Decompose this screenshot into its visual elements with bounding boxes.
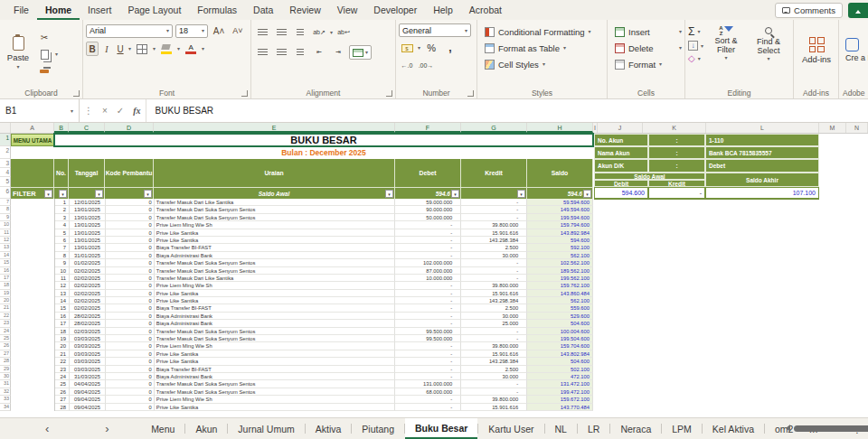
cell[interactable]: 02/02/2025 — [70, 297, 106, 304]
cell[interactable]: 02/02/2025 — [70, 267, 106, 275]
cell[interactable]: 28 — [55, 404, 70, 411]
row-header[interactable]: 11 — [0, 229, 11, 237]
sheet-tab-jurnal-umum[interactable]: Jurnal Umum — [228, 418, 304, 439]
cell[interactable]: - — [461, 199, 527, 206]
cell[interactable]: 02/02/2025 — [70, 275, 106, 282]
fill-color-button[interactable] — [158, 42, 175, 56]
chevron-down-icon[interactable]: ▾ — [330, 30, 333, 35]
cell[interactable]: 0 — [106, 206, 155, 213]
find-select-button[interactable]: Find & Select ▾ — [749, 23, 788, 61]
cell[interactable]: 03/03/2025 — [70, 335, 106, 342]
cell[interactable]: 30.000 — [461, 252, 527, 259]
row-header[interactable]: 31 — [0, 380, 11, 388]
cell[interactable]: Prive Like Santika — [155, 237, 396, 244]
cell[interactable]: 02/02/2025 — [70, 290, 106, 297]
cell[interactable]: 0 — [106, 267, 155, 275]
cell[interactable]: 10.000.000 — [395, 275, 461, 282]
row-header[interactable]: 16 — [0, 267, 11, 275]
cell[interactable]: 04/04/2025 — [70, 380, 106, 388]
cell[interactable]: - — [395, 373, 461, 380]
cell[interactable]: 99.500.000 — [395, 328, 461, 335]
cell[interactable]: 143.892.984 — [527, 229, 593, 237]
cell[interactable]: 12/01/2025 — [70, 199, 106, 206]
sheet-nav-left-icon[interactable]: ‹ — [45, 422, 49, 435]
cell[interactable]: 4 — [55, 221, 70, 229]
cell[interactable]: 09/04/2025 — [70, 404, 106, 411]
cell[interactable]: - — [395, 313, 461, 320]
scrollbar-thumb[interactable] — [794, 425, 868, 432]
cell[interactable]: 17 — [55, 320, 70, 327]
cell[interactable]: 25 — [55, 380, 70, 388]
cell-styles-button[interactable]: Cell Styles ▾ — [485, 56, 604, 72]
sheet-tab-piutang[interactable]: Piutang — [352, 418, 404, 439]
accounting-format-button[interactable]: $ — [399, 41, 415, 55]
sheet-tab-akun[interactable]: Akun — [185, 418, 227, 439]
cell[interactable]: 0 — [106, 350, 155, 358]
cell[interactable]: - — [461, 328, 527, 335]
cell[interactable]: 0 — [106, 358, 155, 365]
cell[interactable]: 13/01/2025 — [70, 221, 106, 229]
ribbon-tab-insert[interactable]: Insert — [80, 1, 119, 20]
column-header-c[interactable]: C — [69, 123, 105, 133]
filter-dropdown-icon[interactable]: ▾ — [144, 190, 152, 198]
row-header[interactable]: 3 — [0, 159, 11, 168]
row-header[interactable]: 10 — [0, 221, 11, 229]
cell[interactable]: 30.000 — [461, 313, 527, 320]
cell[interactable]: - — [461, 259, 527, 266]
cell[interactable]: 0 — [106, 275, 155, 282]
row-header[interactable]: 21 — [0, 304, 11, 312]
cell[interactable]: 0 — [106, 229, 155, 237]
clipboard-dialog-launcher[interactable] — [73, 90, 80, 97]
cell[interactable]: Prive Liem Ming Wie Sh — [155, 396, 396, 403]
cell[interactable]: - — [395, 304, 461, 312]
row-header[interactable]: 27 — [0, 350, 11, 358]
cell[interactable]: 02/02/2025 — [70, 282, 106, 289]
column-header-b[interactable]: B — [54, 123, 69, 133]
cell[interactable]: 2.500 — [461, 304, 527, 312]
cell[interactable]: - — [395, 396, 461, 403]
cell[interactable]: 01/02/2025 — [70, 259, 106, 266]
cell[interactable]: 23 — [55, 366, 70, 373]
cell[interactable]: - — [395, 320, 461, 327]
row-header[interactable]: 19 — [0, 290, 11, 297]
row-header[interactable]: 17 — [0, 275, 11, 282]
row-header[interactable]: 30 — [0, 373, 11, 380]
cell[interactable]: 28/02/2025 — [70, 313, 106, 320]
font-size-combo[interactable]: 18 ▾ — [175, 24, 208, 38]
italic-button[interactable]: I — [101, 42, 112, 56]
format-painter-button[interactable] — [36, 64, 52, 79]
cell[interactable]: 03/03/2025 — [70, 350, 106, 358]
cell[interactable]: 0 — [106, 290, 155, 297]
cell[interactable]: 5 — [55, 229, 70, 237]
ribbon-tab-view[interactable]: View — [329, 1, 366, 20]
cell[interactable]: 09/04/2025 — [70, 388, 106, 396]
chevron-down-icon[interactable]: ▾ — [55, 51, 58, 57]
cell[interactable]: 7 — [55, 244, 70, 251]
align-bottom-button[interactable] — [292, 25, 308, 40]
cell[interactable]: 14 — [55, 297, 70, 304]
cell[interactable]: 0 — [106, 373, 155, 380]
row-header[interactable]: 24 — [0, 328, 11, 335]
cell[interactable]: 0 — [106, 199, 155, 206]
cell[interactable]: 03/03/2025 — [70, 366, 106, 373]
column-header-g[interactable]: G — [461, 123, 527, 133]
conditional-formatting-button[interactable]: Conditional Formatting ▾ — [485, 23, 604, 40]
enter-icon[interactable]: ✓ — [112, 106, 128, 116]
cell[interactable]: 0 — [106, 237, 155, 244]
cell[interactable]: - — [461, 206, 527, 213]
clear-button[interactable]: ◇ — [688, 53, 695, 63]
column-header-f[interactable]: F — [395, 123, 461, 133]
cell[interactable]: 594.600 — [527, 237, 593, 244]
cell[interactable]: 11 — [55, 275, 70, 282]
cell[interactable]: - — [395, 297, 461, 304]
cell[interactable]: - — [461, 380, 527, 388]
cell[interactable]: Prive Like Santika — [155, 290, 396, 297]
sheet-tab-menu[interactable]: Menu — [141, 418, 184, 439]
row-header[interactable]: 9 — [0, 214, 11, 221]
cell[interactable]: 0 — [106, 328, 155, 335]
cell[interactable]: Biaya Transfer BI-FAST — [155, 244, 396, 251]
cell[interactable]: 31/01/2025 — [70, 252, 106, 259]
cell[interactable]: Biaya Administrasi Bank — [155, 313, 396, 320]
select-all-corner[interactable] — [0, 123, 11, 133]
align-right-button[interactable] — [292, 45, 308, 60]
